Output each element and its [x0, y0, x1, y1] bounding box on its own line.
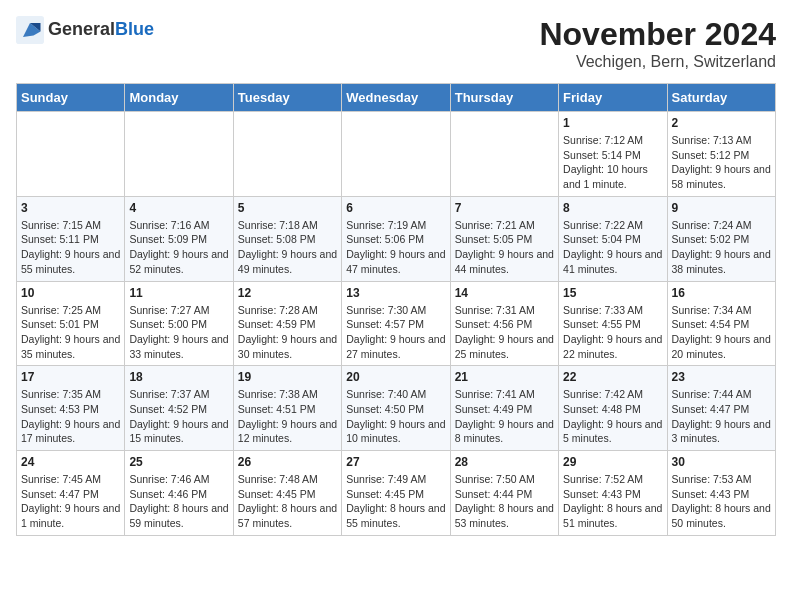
day-info: Sunrise: 7:28 AM Sunset: 4:59 PM Dayligh… [238, 303, 337, 362]
day-number: 20 [346, 370, 445, 384]
day-cell: 28Sunrise: 7:50 AM Sunset: 4:44 PM Dayli… [450, 451, 558, 536]
day-info: Sunrise: 7:31 AM Sunset: 4:56 PM Dayligh… [455, 303, 554, 362]
header: GeneralBlue November 2024 Vechigen, Bern… [16, 16, 776, 71]
day-number: 11 [129, 286, 228, 300]
weekday-header-friday: Friday [559, 84, 667, 112]
week-row-5: 24Sunrise: 7:45 AM Sunset: 4:47 PM Dayli… [17, 451, 776, 536]
day-info: Sunrise: 7:18 AM Sunset: 5:08 PM Dayligh… [238, 218, 337, 277]
day-cell: 2Sunrise: 7:13 AM Sunset: 5:12 PM Daylig… [667, 112, 775, 197]
day-cell: 6Sunrise: 7:19 AM Sunset: 5:06 PM Daylig… [342, 196, 450, 281]
day-cell: 21Sunrise: 7:41 AM Sunset: 4:49 PM Dayli… [450, 366, 558, 451]
day-cell: 10Sunrise: 7:25 AM Sunset: 5:01 PM Dayli… [17, 281, 125, 366]
day-cell: 1Sunrise: 7:12 AM Sunset: 5:14 PM Daylig… [559, 112, 667, 197]
day-number: 14 [455, 286, 554, 300]
day-info: Sunrise: 7:50 AM Sunset: 4:44 PM Dayligh… [455, 472, 554, 531]
day-cell [17, 112, 125, 197]
logo-blue-text: Blue [115, 19, 154, 39]
logo-icon [16, 16, 44, 44]
day-number: 16 [672, 286, 771, 300]
day-number: 17 [21, 370, 120, 384]
day-cell: 27Sunrise: 7:49 AM Sunset: 4:45 PM Dayli… [342, 451, 450, 536]
day-info: Sunrise: 7:19 AM Sunset: 5:06 PM Dayligh… [346, 218, 445, 277]
day-number: 7 [455, 201, 554, 215]
day-cell: 26Sunrise: 7:48 AM Sunset: 4:45 PM Dayli… [233, 451, 341, 536]
day-cell: 19Sunrise: 7:38 AM Sunset: 4:51 PM Dayli… [233, 366, 341, 451]
day-cell: 17Sunrise: 7:35 AM Sunset: 4:53 PM Dayli… [17, 366, 125, 451]
calendar-table: SundayMondayTuesdayWednesdayThursdayFrid… [16, 83, 776, 536]
day-number: 29 [563, 455, 662, 469]
day-number: 28 [455, 455, 554, 469]
day-info: Sunrise: 7:24 AM Sunset: 5:02 PM Dayligh… [672, 218, 771, 277]
day-info: Sunrise: 7:38 AM Sunset: 4:51 PM Dayligh… [238, 387, 337, 446]
day-number: 26 [238, 455, 337, 469]
day-number: 30 [672, 455, 771, 469]
week-row-4: 17Sunrise: 7:35 AM Sunset: 4:53 PM Dayli… [17, 366, 776, 451]
day-number: 12 [238, 286, 337, 300]
day-number: 24 [21, 455, 120, 469]
day-number: 21 [455, 370, 554, 384]
logo-general-text: General [48, 19, 115, 39]
day-info: Sunrise: 7:53 AM Sunset: 4:43 PM Dayligh… [672, 472, 771, 531]
day-info: Sunrise: 7:30 AM Sunset: 4:57 PM Dayligh… [346, 303, 445, 362]
day-cell: 15Sunrise: 7:33 AM Sunset: 4:55 PM Dayli… [559, 281, 667, 366]
day-info: Sunrise: 7:12 AM Sunset: 5:14 PM Dayligh… [563, 133, 662, 192]
day-cell: 29Sunrise: 7:52 AM Sunset: 4:43 PM Dayli… [559, 451, 667, 536]
day-cell: 7Sunrise: 7:21 AM Sunset: 5:05 PM Daylig… [450, 196, 558, 281]
day-cell: 11Sunrise: 7:27 AM Sunset: 5:00 PM Dayli… [125, 281, 233, 366]
day-number: 9 [672, 201, 771, 215]
day-info: Sunrise: 7:42 AM Sunset: 4:48 PM Dayligh… [563, 387, 662, 446]
day-info: Sunrise: 7:34 AM Sunset: 4:54 PM Dayligh… [672, 303, 771, 362]
weekday-header-monday: Monday [125, 84, 233, 112]
day-cell: 12Sunrise: 7:28 AM Sunset: 4:59 PM Dayli… [233, 281, 341, 366]
day-number: 25 [129, 455, 228, 469]
day-number: 6 [346, 201, 445, 215]
day-cell: 16Sunrise: 7:34 AM Sunset: 4:54 PM Dayli… [667, 281, 775, 366]
day-number: 2 [672, 116, 771, 130]
week-row-1: 1Sunrise: 7:12 AM Sunset: 5:14 PM Daylig… [17, 112, 776, 197]
day-cell [450, 112, 558, 197]
day-info: Sunrise: 7:16 AM Sunset: 5:09 PM Dayligh… [129, 218, 228, 277]
day-info: Sunrise: 7:35 AM Sunset: 4:53 PM Dayligh… [21, 387, 120, 446]
day-cell: 13Sunrise: 7:30 AM Sunset: 4:57 PM Dayli… [342, 281, 450, 366]
day-info: Sunrise: 7:27 AM Sunset: 5:00 PM Dayligh… [129, 303, 228, 362]
day-cell: 8Sunrise: 7:22 AM Sunset: 5:04 PM Daylig… [559, 196, 667, 281]
day-cell: 23Sunrise: 7:44 AM Sunset: 4:47 PM Dayli… [667, 366, 775, 451]
day-info: Sunrise: 7:45 AM Sunset: 4:47 PM Dayligh… [21, 472, 120, 531]
weekday-header-row: SundayMondayTuesdayWednesdayThursdayFrid… [17, 84, 776, 112]
day-number: 18 [129, 370, 228, 384]
day-number: 4 [129, 201, 228, 215]
day-cell: 22Sunrise: 7:42 AM Sunset: 4:48 PM Dayli… [559, 366, 667, 451]
day-info: Sunrise: 7:49 AM Sunset: 4:45 PM Dayligh… [346, 472, 445, 531]
calendar-header: SundayMondayTuesdayWednesdayThursdayFrid… [17, 84, 776, 112]
day-cell: 30Sunrise: 7:53 AM Sunset: 4:43 PM Dayli… [667, 451, 775, 536]
day-number: 27 [346, 455, 445, 469]
day-info: Sunrise: 7:22 AM Sunset: 5:04 PM Dayligh… [563, 218, 662, 277]
calendar-title: November 2024 [539, 16, 776, 53]
day-number: 22 [563, 370, 662, 384]
day-info: Sunrise: 7:48 AM Sunset: 4:45 PM Dayligh… [238, 472, 337, 531]
weekday-header-wednesday: Wednesday [342, 84, 450, 112]
logo: GeneralBlue [16, 16, 154, 44]
weekday-header-tuesday: Tuesday [233, 84, 341, 112]
title-area: November 2024 Vechigen, Bern, Switzerlan… [539, 16, 776, 71]
weekday-header-sunday: Sunday [17, 84, 125, 112]
weekday-header-saturday: Saturday [667, 84, 775, 112]
weekday-header-thursday: Thursday [450, 84, 558, 112]
day-number: 1 [563, 116, 662, 130]
day-cell [342, 112, 450, 197]
day-info: Sunrise: 7:46 AM Sunset: 4:46 PM Dayligh… [129, 472, 228, 531]
day-number: 13 [346, 286, 445, 300]
day-cell: 5Sunrise: 7:18 AM Sunset: 5:08 PM Daylig… [233, 196, 341, 281]
day-number: 8 [563, 201, 662, 215]
day-info: Sunrise: 7:13 AM Sunset: 5:12 PM Dayligh… [672, 133, 771, 192]
day-info: Sunrise: 7:33 AM Sunset: 4:55 PM Dayligh… [563, 303, 662, 362]
calendar-subtitle: Vechigen, Bern, Switzerland [539, 53, 776, 71]
day-number: 3 [21, 201, 120, 215]
day-number: 5 [238, 201, 337, 215]
day-info: Sunrise: 7:40 AM Sunset: 4:50 PM Dayligh… [346, 387, 445, 446]
day-info: Sunrise: 7:15 AM Sunset: 5:11 PM Dayligh… [21, 218, 120, 277]
day-number: 10 [21, 286, 120, 300]
day-cell: 18Sunrise: 7:37 AM Sunset: 4:52 PM Dayli… [125, 366, 233, 451]
day-number: 23 [672, 370, 771, 384]
week-row-2: 3Sunrise: 7:15 AM Sunset: 5:11 PM Daylig… [17, 196, 776, 281]
